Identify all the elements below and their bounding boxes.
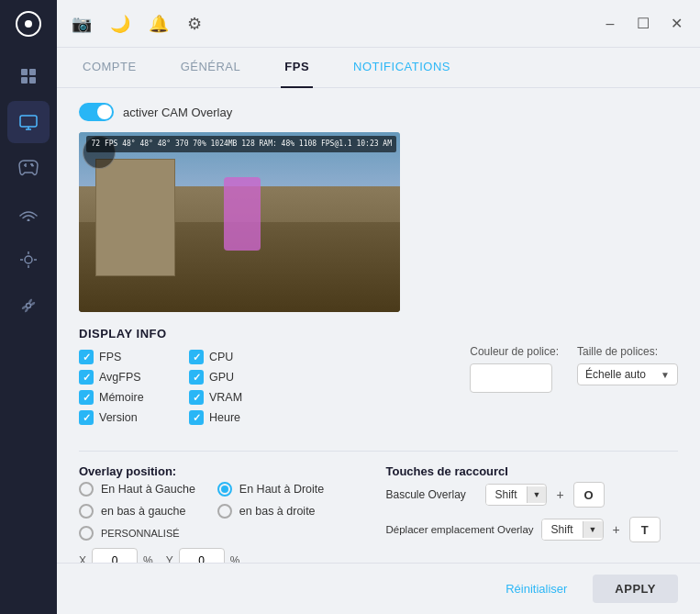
checkbox-gpu-label: GPU [209,371,234,384]
sidebar-item-controller[interactable] [7,147,50,189]
checkbox-heure-box[interactable] [189,410,204,425]
font-size-label: Taille de polices: [577,345,678,358]
checkbox-fps-box[interactable] [79,350,94,364]
checkboxes-grid: FPS CPU AvgFPS GPU [79,350,455,425]
x-label: X [79,554,86,563]
monitor-icon [19,113,38,131]
display-info-title: DISPLAY INFO [79,327,455,340]
tab-notifications[interactable]: NOTIFICATIONS [350,48,454,88]
position-options: En Haut à Gauche en bas à gauche PERSONN… [79,482,372,541]
font-controls: Couleur de police: Taille de polices: Éc… [470,327,678,393]
content-area: activer CAM Overlay 72 FPS 48° 48° 48° 3… [57,88,700,563]
svg-point-8 [25,256,32,263]
tab-compte[interactable]: COMPTE [79,48,140,88]
radio-haut-gauche[interactable]: En Haut à Gauche [79,482,195,497]
radio-bas-gauche-circle[interactable] [79,504,94,519]
bell-icon[interactable]: 🔔 [149,14,169,34]
shortcut-1-key1-selector[interactable]: Shift ▼ [485,484,548,506]
shortcut-1-key2: O [573,482,605,508]
svg-rect-3 [29,77,36,84]
checkbox-avgfps-box[interactable] [79,370,94,385]
checkbox-version-box[interactable] [79,410,94,425]
sidebar-item-monitor[interactable] [7,101,50,143]
maximize-button[interactable]: ☐ [634,15,652,33]
checkbox-cpu[interactable]: CPU [189,350,299,364]
cam-overlay-label: activer CAM Overlay [123,106,232,119]
checkbox-memoire-box[interactable] [79,390,94,405]
brightness-icon [19,251,38,269]
radio-haut-droite-circle[interactable] [217,482,232,497]
sidebar-item-dashboard[interactable] [7,55,50,97]
shortcut-row-1: Bascule Overlay Shift ▼ + O [386,482,679,508]
tab-fps[interactable]: FPS [281,48,313,88]
position-left-col: En Haut à Gauche en bas à gauche PERSONN… [79,482,195,541]
svg-point-7 [28,219,30,222]
svg-rect-4 [20,116,37,127]
radio-personnalise-circle[interactable] [79,526,94,541]
checkbox-version-label: Version [99,411,138,424]
radio-haut-gauche-label: En Haut à Gauche [101,483,195,496]
font-color-section: Couleur de police: [470,345,559,393]
gear-icon[interactable]: ⚙ [187,14,202,34]
checkbox-heure-label: Heure [209,411,240,424]
checkbox-avgfps[interactable]: AvgFPS [79,370,189,385]
radio-bas-droite[interactable]: en bas à droite [217,504,324,519]
shortcut-1-plus: + [554,487,565,502]
tab-general[interactable]: Général [177,48,245,88]
camera-icon[interactable]: 📷 [72,14,92,34]
y-percent: % [230,554,240,563]
checkbox-fps[interactable]: FPS [79,350,189,364]
color-picker[interactable] [470,363,552,393]
radio-personnalise[interactable]: PERSONNALISÉ [79,526,195,541]
cam-overlay-toggle[interactable] [79,103,114,121]
reset-button[interactable]: Réinitialiser [494,576,578,601]
overlay-toggle-row: activer CAM Overlay [79,103,678,121]
display-info-section: DISPLAY INFO FPS CPU [79,327,678,438]
radio-bas-droite-circle[interactable] [217,504,232,519]
app-window: 📷 🌙 🔔 ⚙ – ☐ ✕ COMPTE Général FPS NOTIFIC… [0,0,700,614]
shortcut-2-plus: + [611,522,622,537]
network-icon [19,207,38,221]
fan-icon [19,296,38,315]
shortcuts-section: Touches de raccourcI Bascule Overlay Shi… [372,464,679,542]
moon-icon[interactable]: 🌙 [110,14,130,34]
radio-haut-droite[interactable]: En Haut à Droite [217,482,324,497]
x-input[interactable] [92,548,138,563]
shortcut-2-key1-selector[interactable]: Shift ▼ [541,519,604,541]
checkbox-gpu[interactable]: GPU [189,370,299,385]
close-button[interactable]: ✕ [667,15,685,33]
shortcut-2-dropdown-arrow[interactable]: ▼ [583,521,603,538]
shortcut-1-dropdown-arrow[interactable]: ▼ [527,486,547,503]
radio-bas-gauche[interactable]: en bas à gauche [79,504,195,519]
font-color-label: Couleur de police: [470,345,559,358]
title-bar-icons: 📷 🌙 🔔 ⚙ [72,14,202,34]
shortcut-2-key1-value: Shift [542,519,583,540]
minimize-button[interactable]: – [601,15,619,33]
font-size-dropdown[interactable]: Échelle auto ▼ [577,363,678,385]
svg-point-13 [27,304,31,308]
checkbox-cpu-label: CPU [209,351,233,363]
sidebar-item-fan[interactable] [7,285,50,327]
title-bar: 📷 🌙 🔔 ⚙ – ☐ ✕ [57,0,700,48]
y-input[interactable] [179,548,225,563]
apply-button[interactable]: APPLY [593,575,678,603]
position-title: Overlay position: [79,464,372,478]
checkbox-memoire[interactable]: Mémoire [79,390,189,405]
checkbox-vram-box[interactable] [189,390,204,405]
radio-bas-droite-label: en bas à droite [239,505,316,518]
checkbox-vram[interactable]: VRAM [189,390,299,405]
overlay-position-section: Overlay position: En Haut à Gauche en ba… [79,464,372,563]
game-screenshot: 72 FPS 48° 48° 48° 370 70% 1024MB 128 RA… [79,132,400,312]
shortcut-row-2: Déplacer emplacement Overlay Shift ▼ + T [386,517,679,542]
checkbox-gpu-box[interactable] [189,370,204,385]
checkbox-version[interactable]: Version [79,410,189,425]
font-size-value: Échelle auto [585,368,646,381]
sidebar-item-network[interactable] [7,193,50,235]
svg-rect-1 [29,69,36,75]
controller-icon [18,160,39,176]
checkbox-cpu-box[interactable] [189,350,204,364]
checkbox-avgfps-label: AvgFPS [99,371,141,384]
radio-haut-gauche-circle[interactable] [79,482,94,497]
sidebar-item-brightness[interactable] [7,239,50,281]
checkbox-heure[interactable]: Heure [189,410,299,425]
